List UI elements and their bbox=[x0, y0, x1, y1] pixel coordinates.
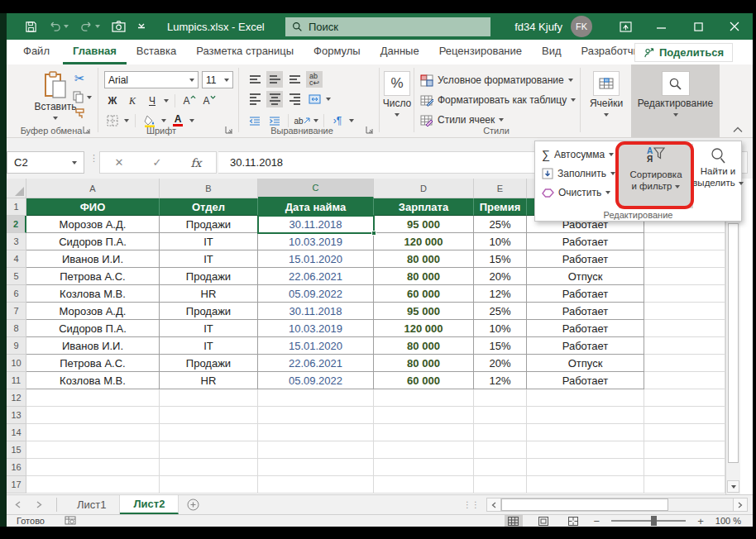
cell-A14[interactable] bbox=[26, 424, 160, 441]
name-box[interactable]: C2 bbox=[7, 151, 84, 174]
scroll-left-icon[interactable] bbox=[486, 498, 501, 512]
macro-record-icon[interactable] bbox=[65, 516, 76, 527]
cell-D12[interactable] bbox=[374, 389, 474, 407]
row-header-4[interactable]: 4 bbox=[7, 250, 26, 268]
paste-dropdown-icon[interactable] bbox=[53, 117, 58, 122]
cell-G5[interactable] bbox=[644, 268, 725, 285]
cell-B7[interactable]: Продажи bbox=[160, 303, 258, 320]
cell-E6[interactable]: 12% bbox=[474, 285, 527, 303]
cell-F9[interactable]: Работает bbox=[527, 337, 644, 355]
tab-data[interactable]: Данные bbox=[371, 40, 429, 64]
share-button[interactable]: Поделиться bbox=[634, 43, 733, 62]
cell-B15[interactable] bbox=[160, 441, 258, 459]
clipboard-dialog-launcher-icon[interactable] bbox=[83, 125, 93, 135]
cell-B14[interactable] bbox=[160, 424, 258, 441]
cells-button[interactable]: Ячейки bbox=[584, 71, 629, 119]
cell-A10[interactable]: Петрова А.С. bbox=[26, 355, 160, 372]
underline-dropdown-icon[interactable] bbox=[164, 99, 169, 105]
cell-G11[interactable] bbox=[644, 372, 725, 389]
row-header-8[interactable]: 8 bbox=[7, 320, 26, 337]
name-box-dropdown-icon[interactable] bbox=[72, 161, 77, 167]
cell-F15[interactable] bbox=[527, 441, 644, 459]
sheet-nav-prev-icon[interactable] bbox=[7, 495, 28, 514]
cell-D16[interactable] bbox=[374, 459, 474, 476]
cell-G7[interactable] bbox=[644, 303, 725, 320]
cell-B13[interactable] bbox=[160, 407, 258, 424]
column-header-E[interactable]: E bbox=[474, 179, 527, 198]
cell-G10[interactable] bbox=[644, 355, 725, 372]
cell-D4[interactable]: 80 000 bbox=[374, 250, 474, 268]
tab-home[interactable]: Главная bbox=[63, 40, 127, 64]
cell-A13[interactable] bbox=[26, 407, 160, 424]
cell-C7[interactable]: 30.11.2018 bbox=[258, 303, 374, 320]
horizontal-scrollbar[interactable]: ⋮⋮ bbox=[463, 498, 748, 512]
cell-E1[interactable]: Премия bbox=[474, 198, 527, 216]
search-input[interactable]: Поиск bbox=[285, 17, 490, 36]
cell-E17[interactable] bbox=[474, 476, 527, 494]
font-size-select[interactable]: 11 bbox=[202, 71, 233, 88]
horizontal-scrollbar-thumb[interactable] bbox=[501, 498, 668, 511]
cell-E4[interactable]: 15% bbox=[474, 250, 527, 268]
cell-F12[interactable] bbox=[527, 389, 644, 407]
row-header-9[interactable]: 9 bbox=[7, 337, 26, 355]
wrap-text-icon[interactable]: abc↩ bbox=[306, 71, 323, 88]
cell-G9[interactable] bbox=[644, 337, 725, 355]
underline-button[interactable]: Ч bbox=[144, 93, 160, 109]
row-header-2[interactable]: 2 bbox=[7, 216, 26, 233]
cell-G4[interactable] bbox=[644, 250, 725, 268]
row-header-14[interactable]: 14 bbox=[7, 424, 26, 441]
cell-A7[interactable]: Морозов А.Д. bbox=[26, 303, 160, 320]
row-header-11[interactable]: 11 bbox=[7, 372, 26, 389]
cell-A8[interactable]: Сидоров П.А. bbox=[26, 320, 160, 337]
font-name-select[interactable]: Arial bbox=[104, 71, 199, 88]
cell-B16[interactable] bbox=[160, 459, 258, 476]
cell-F6[interactable]: Работает bbox=[527, 285, 644, 303]
cell-A3[interactable]: Сидоров П.А. bbox=[26, 233, 160, 250]
bold-button[interactable]: Ж bbox=[104, 93, 121, 109]
fill-button[interactable]: Заполнить bbox=[542, 165, 615, 183]
zoom-slider-thumb[interactable] bbox=[651, 516, 657, 526]
cell-F17[interactable] bbox=[527, 476, 644, 494]
editing-button[interactable]: Редактирование bbox=[631, 64, 720, 137]
tab-file[interactable]: Файл bbox=[10, 40, 63, 64]
tab-review[interactable]: Рецензирование bbox=[429, 40, 532, 64]
cell-G12[interactable] bbox=[644, 389, 725, 407]
font-dialog-launcher-icon[interactable] bbox=[225, 125, 235, 135]
cell-A16[interactable] bbox=[26, 459, 160, 476]
zoom-out-icon[interactable]: − bbox=[594, 515, 600, 527]
tab-page-layout[interactable]: Разметка страницы bbox=[186, 40, 304, 64]
cell-E11[interactable]: 12% bbox=[474, 372, 527, 389]
cell-E8[interactable]: 10% bbox=[474, 320, 527, 337]
row-header-1[interactable]: 1 bbox=[7, 198, 26, 216]
row-header-16[interactable]: 16 bbox=[7, 459, 26, 476]
cell-G14[interactable] bbox=[644, 424, 725, 441]
cell-B5[interactable]: Продажи bbox=[160, 268, 258, 285]
cell-D10[interactable]: 80 000 bbox=[374, 355, 474, 372]
maximize-icon[interactable] bbox=[680, 13, 716, 40]
cell-C4[interactable]: 15.01.2020 bbox=[258, 250, 374, 268]
cell-A11[interactable]: Козлова М.В. bbox=[26, 372, 160, 389]
align-left-icon[interactable] bbox=[246, 91, 263, 107]
sheet-tab-list2[interactable]: Лист2 bbox=[120, 495, 179, 514]
minimize-icon[interactable] bbox=[644, 13, 680, 40]
scroll-right-icon[interactable] bbox=[733, 498, 748, 512]
close-icon[interactable] bbox=[716, 13, 753, 40]
cell-E15[interactable] bbox=[474, 441, 527, 459]
view-page-layout-icon[interactable] bbox=[534, 515, 553, 527]
format-painter-icon[interactable] bbox=[74, 107, 87, 122]
cell-B2[interactable]: Продажи bbox=[160, 216, 258, 233]
cell-A2[interactable]: Морозов А.Д. bbox=[26, 216, 160, 233]
redo-icon[interactable] bbox=[80, 21, 100, 32]
clear-button[interactable]: Очистить bbox=[542, 184, 610, 202]
alignment-dialog-launcher-icon[interactable] bbox=[366, 125, 376, 135]
cell-A4[interactable]: Иванов И.И. bbox=[26, 250, 160, 268]
sheet-tab-list1[interactable]: Лист1 bbox=[64, 495, 120, 514]
add-sheet-icon[interactable] bbox=[179, 495, 207, 514]
cell-B8[interactable]: IT bbox=[160, 320, 258, 337]
column-header-B[interactable]: B bbox=[160, 179, 258, 198]
user-name[interactable]: fd34 Kjufy bbox=[514, 21, 562, 33]
scrollbar-resize-grip[interactable]: ⋮⋮ bbox=[463, 503, 480, 507]
column-header-D[interactable]: D bbox=[374, 179, 474, 198]
customize-quick-access-icon[interactable] bbox=[137, 23, 146, 30]
row-header-7[interactable]: 7 bbox=[7, 303, 26, 320]
